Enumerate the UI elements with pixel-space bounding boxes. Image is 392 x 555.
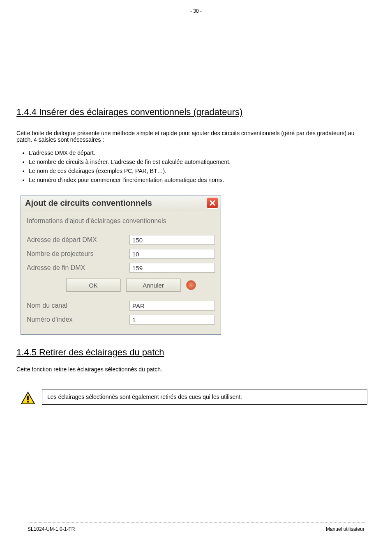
svg-rect-4 [27, 401, 29, 403]
dialog-titlebar: Ajout de circuits conventionnels [21, 196, 221, 210]
page-footer: SL1024-UM-1.0-1-FR Manuel utilisateur [0, 523, 392, 532]
list-item: L’adresse DMX de départ. [29, 150, 367, 156]
dialog-body: Informations d'ajout d'éclairages conven… [21, 210, 221, 334]
section-heading-1: 1.4.4 Insérer des éclairages conventionn… [16, 107, 367, 117]
input-end-address[interactable] [129, 263, 215, 273]
section-heading-2: 1.4.5 Retirer des éclairages du patch [16, 347, 367, 358]
input-start-address[interactable] [129, 235, 215, 245]
footer-right: Manuel utilisateur [326, 526, 364, 532]
input-index-number[interactable] [129, 315, 215, 325]
label-index-number: Numéro d'index [27, 316, 129, 323]
para-remove: Cette fonction retire les éclairages sél… [16, 366, 367, 373]
decorative-icon [186, 280, 196, 290]
dialog-add-conventional-circuits: Ajout de circuits conventionnels Informa… [21, 196, 221, 335]
footer-left: SL1024-UM-1.0-1-FR [28, 526, 75, 532]
bullet-list: L’adresse DMX de départ. Le nombre de ci… [21, 150, 367, 183]
list-item: Le nombre de circuits à insérer. L’adres… [29, 159, 367, 165]
label-channel-name: Nom du canal [27, 302, 129, 309]
warning-icon [21, 391, 35, 405]
notice: Les éclairages sélectionnés sont égaleme… [21, 389, 367, 405]
label-end-address: Adresse de fin DMX [27, 264, 129, 272]
input-count[interactable] [129, 249, 215, 259]
list-item: Le numéro d’index pour commencer l’incré… [29, 177, 367, 183]
dialog-title: Ajout de circuits conventionnels [25, 198, 152, 208]
close-icon [209, 200, 216, 206]
label-start-address: Adresse de départ DMX [27, 236, 129, 244]
intro-paragraph: Cette boite de dialogue présente une mét… [16, 130, 367, 143]
input-channel-name[interactable] [129, 301, 215, 311]
dialog-intro-text: Informations d'ajout d'éclairages conven… [27, 217, 215, 225]
close-button[interactable] [207, 197, 218, 209]
ok-button[interactable]: OK [66, 279, 120, 292]
label-count: Nombre de projecteurs [27, 250, 129, 258]
notice-text: Les éclairages sélectionnés sont égaleme… [42, 389, 367, 405]
cancel-button[interactable]: Annuler [126, 279, 180, 292]
page-number: - 30 - [190, 8, 202, 14]
svg-rect-3 [27, 396, 29, 401]
list-item: Le nom de ces éclairages (exemples PC, P… [29, 168, 367, 174]
